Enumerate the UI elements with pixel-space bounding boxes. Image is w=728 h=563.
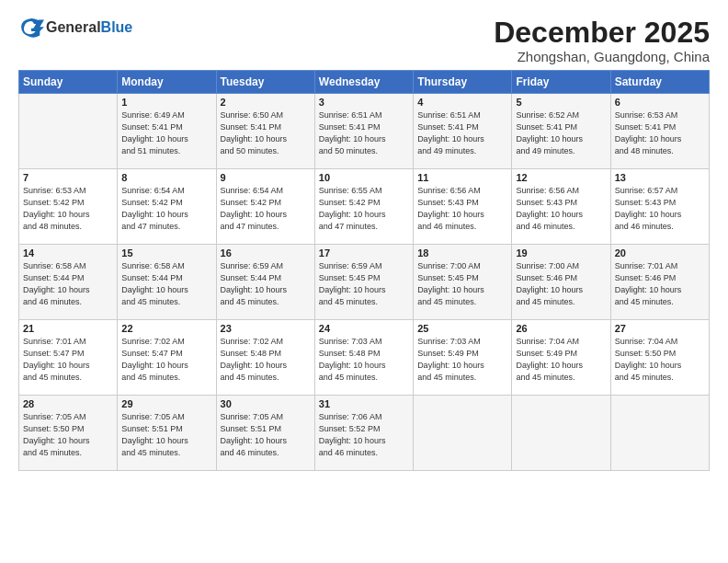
calendar-cell: 15Sunrise: 6:58 AM Sunset: 5:44 PM Dayli… xyxy=(118,245,216,320)
day-info: Sunrise: 6:58 AM Sunset: 5:44 PM Dayligh… xyxy=(121,260,211,308)
day-info: Sunrise: 7:05 AM Sunset: 5:50 PM Dayligh… xyxy=(23,411,113,459)
day-number: 20 xyxy=(615,247,705,259)
day-number: 11 xyxy=(417,172,507,183)
day-number: 17 xyxy=(319,247,409,259)
logo-text: GeneralBlue xyxy=(46,19,132,36)
day-info: Sunrise: 6:53 AM Sunset: 5:41 PM Dayligh… xyxy=(615,109,705,157)
calendar-cell xyxy=(512,396,610,471)
calendar-cell: 17Sunrise: 6:59 AM Sunset: 5:45 PM Dayli… xyxy=(314,245,413,320)
calendar-cell: 31Sunrise: 7:06 AM Sunset: 5:52 PM Dayli… xyxy=(314,396,413,471)
day-info: Sunrise: 7:03 AM Sunset: 5:49 PM Dayligh… xyxy=(417,336,507,384)
day-info: Sunrise: 7:04 AM Sunset: 5:49 PM Dayligh… xyxy=(516,336,606,384)
day-number: 9 xyxy=(221,172,311,183)
calendar-cell: 8Sunrise: 6:54 AM Sunset: 5:42 PM Daylig… xyxy=(118,169,216,245)
month-title: December 2025 xyxy=(494,17,710,49)
day-number: 21 xyxy=(23,323,113,334)
calendar-cell: 11Sunrise: 6:56 AM Sunset: 5:43 PM Dayli… xyxy=(414,169,512,245)
day-number: 3 xyxy=(319,97,409,108)
day-info: Sunrise: 6:51 AM Sunset: 5:41 PM Dayligh… xyxy=(319,109,409,157)
day-number: 6 xyxy=(615,97,705,108)
day-number: 22 xyxy=(121,323,211,334)
day-number: 31 xyxy=(319,398,409,409)
calendar-cell: 4Sunrise: 6:51 AM Sunset: 5:41 PM Daylig… xyxy=(414,94,512,169)
day-info: Sunrise: 7:04 AM Sunset: 5:50 PM Dayligh… xyxy=(615,336,705,384)
calendar-cell: 6Sunrise: 6:53 AM Sunset: 5:41 PM Daylig… xyxy=(610,94,709,169)
logo: GeneralBlue xyxy=(18,17,132,39)
calendar-week-row: 21Sunrise: 7:01 AM Sunset: 5:47 PM Dayli… xyxy=(19,320,710,396)
weekday-header: Thursday xyxy=(414,71,512,94)
logo-blue: Blue xyxy=(101,19,133,36)
calendar-cell: 25Sunrise: 7:03 AM Sunset: 5:49 PM Dayli… xyxy=(414,320,512,396)
logo-general: General xyxy=(46,19,101,36)
day-number: 16 xyxy=(221,247,311,259)
day-info: Sunrise: 7:06 AM Sunset: 5:52 PM Dayligh… xyxy=(319,411,409,459)
day-info: Sunrise: 7:01 AM Sunset: 5:46 PM Dayligh… xyxy=(615,260,705,308)
day-info: Sunrise: 7:01 AM Sunset: 5:47 PM Dayligh… xyxy=(23,336,113,384)
day-number: 15 xyxy=(121,247,211,259)
day-number: 12 xyxy=(516,172,606,183)
calendar-cell xyxy=(610,396,709,471)
day-info: Sunrise: 6:59 AM Sunset: 5:44 PM Dayligh… xyxy=(221,260,311,308)
calendar-cell: 24Sunrise: 7:03 AM Sunset: 5:48 PM Dayli… xyxy=(314,320,413,396)
day-number: 18 xyxy=(417,247,507,259)
weekday-header-row: SundayMondayTuesdayWednesdayThursdayFrid… xyxy=(19,71,710,94)
day-info: Sunrise: 6:51 AM Sunset: 5:41 PM Dayligh… xyxy=(417,109,507,157)
weekday-header: Tuesday xyxy=(216,71,314,94)
calendar-week-row: 7Sunrise: 6:53 AM Sunset: 5:42 PM Daylig… xyxy=(19,169,710,245)
day-number: 26 xyxy=(516,323,606,334)
day-info: Sunrise: 7:02 AM Sunset: 5:48 PM Dayligh… xyxy=(221,336,311,384)
day-info: Sunrise: 6:53 AM Sunset: 5:42 PM Dayligh… xyxy=(23,185,113,233)
day-info: Sunrise: 7:05 AM Sunset: 5:51 PM Dayligh… xyxy=(121,411,211,459)
calendar-cell: 30Sunrise: 7:05 AM Sunset: 5:51 PM Dayli… xyxy=(216,396,314,471)
day-info: Sunrise: 6:59 AM Sunset: 5:45 PM Dayligh… xyxy=(319,260,409,308)
calendar-cell: 1Sunrise: 6:49 AM Sunset: 5:41 PM Daylig… xyxy=(118,94,216,169)
day-info: Sunrise: 6:55 AM Sunset: 5:42 PM Dayligh… xyxy=(319,185,409,233)
calendar-cell: 27Sunrise: 7:04 AM Sunset: 5:50 PM Dayli… xyxy=(610,320,709,396)
calendar-cell: 5Sunrise: 6:52 AM Sunset: 5:41 PM Daylig… xyxy=(512,94,610,169)
day-info: Sunrise: 6:56 AM Sunset: 5:43 PM Dayligh… xyxy=(417,185,507,233)
header: GeneralBlue December 2025 Zhongshan, Gua… xyxy=(18,17,710,64)
day-number: 27 xyxy=(615,323,705,334)
calendar-cell: 7Sunrise: 6:53 AM Sunset: 5:42 PM Daylig… xyxy=(19,169,118,245)
day-info: Sunrise: 6:54 AM Sunset: 5:42 PM Dayligh… xyxy=(121,185,211,233)
calendar-cell: 26Sunrise: 7:04 AM Sunset: 5:49 PM Dayli… xyxy=(512,320,610,396)
day-number: 23 xyxy=(221,323,311,334)
calendar-cell xyxy=(19,94,118,169)
weekday-header: Sunday xyxy=(19,71,118,94)
calendar-cell: 20Sunrise: 7:01 AM Sunset: 5:46 PM Dayli… xyxy=(610,245,709,320)
calendar-cell: 23Sunrise: 7:02 AM Sunset: 5:48 PM Dayli… xyxy=(216,320,314,396)
calendar-cell: 12Sunrise: 6:56 AM Sunset: 5:43 PM Dayli… xyxy=(512,169,610,245)
weekday-header: Wednesday xyxy=(314,71,413,94)
day-number: 19 xyxy=(516,247,606,259)
calendar-cell xyxy=(414,396,512,471)
day-info: Sunrise: 6:49 AM Sunset: 5:41 PM Dayligh… xyxy=(121,109,211,157)
calendar-cell: 18Sunrise: 7:00 AM Sunset: 5:45 PM Dayli… xyxy=(414,245,512,320)
calendar-table: SundayMondayTuesdayWednesdayThursdayFrid… xyxy=(18,70,710,471)
title-block: December 2025 Zhongshan, Guangdong, Chin… xyxy=(494,17,710,64)
day-info: Sunrise: 7:02 AM Sunset: 5:47 PM Dayligh… xyxy=(121,336,211,384)
day-number: 24 xyxy=(319,323,409,334)
calendar-week-row: 14Sunrise: 6:58 AM Sunset: 5:44 PM Dayli… xyxy=(19,245,710,320)
day-info: Sunrise: 6:57 AM Sunset: 5:43 PM Dayligh… xyxy=(615,185,705,233)
day-info: Sunrise: 6:50 AM Sunset: 5:41 PM Dayligh… xyxy=(221,109,311,157)
calendar-cell: 19Sunrise: 7:00 AM Sunset: 5:46 PM Dayli… xyxy=(512,245,610,320)
weekday-header: Friday xyxy=(512,71,610,94)
calendar-cell: 3Sunrise: 6:51 AM Sunset: 5:41 PM Daylig… xyxy=(314,94,413,169)
day-number: 13 xyxy=(615,172,705,183)
calendar-week-row: 28Sunrise: 7:05 AM Sunset: 5:50 PM Dayli… xyxy=(19,396,710,471)
weekday-header: Saturday xyxy=(610,71,709,94)
day-info: Sunrise: 6:54 AM Sunset: 5:42 PM Dayligh… xyxy=(221,185,311,233)
day-info: Sunrise: 6:52 AM Sunset: 5:41 PM Dayligh… xyxy=(516,109,606,157)
day-info: Sunrise: 6:58 AM Sunset: 5:44 PM Dayligh… xyxy=(23,260,113,308)
calendar-cell: 13Sunrise: 6:57 AM Sunset: 5:43 PM Dayli… xyxy=(610,169,709,245)
location: Zhongshan, Guangdong, China xyxy=(494,49,710,64)
calendar-cell: 9Sunrise: 6:54 AM Sunset: 5:42 PM Daylig… xyxy=(216,169,314,245)
day-info: Sunrise: 7:03 AM Sunset: 5:48 PM Dayligh… xyxy=(319,336,409,384)
day-info: Sunrise: 7:05 AM Sunset: 5:51 PM Dayligh… xyxy=(221,411,311,459)
day-number: 10 xyxy=(319,172,409,183)
day-info: Sunrise: 6:56 AM Sunset: 5:43 PM Dayligh… xyxy=(516,185,606,233)
day-number: 1 xyxy=(121,97,211,108)
day-number: 4 xyxy=(417,97,507,108)
calendar-cell: 28Sunrise: 7:05 AM Sunset: 5:50 PM Dayli… xyxy=(19,396,118,471)
calendar-cell: 22Sunrise: 7:02 AM Sunset: 5:47 PM Dayli… xyxy=(118,320,216,396)
